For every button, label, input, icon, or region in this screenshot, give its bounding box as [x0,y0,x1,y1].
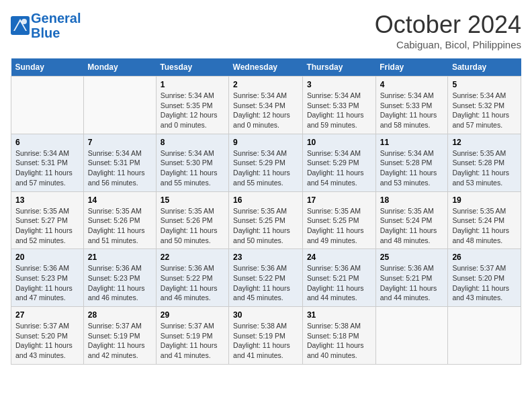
day-number: 14 [88,195,152,205]
day-detail: Sunrise: 5:36 AM Sunset: 5:22 PM Dayligh… [233,263,298,303]
calendar-cell: 12Sunrise: 5:35 AM Sunset: 5:28 PM Dayli… [448,134,521,191]
day-number: 16 [233,195,298,205]
day-detail: Sunrise: 5:34 AM Sunset: 5:28 PM Dayligh… [380,148,444,188]
calendar-cell: 25Sunrise: 5:36 AM Sunset: 5:21 PM Dayli… [375,249,448,307]
calendar-cell [375,307,448,365]
month-title: October 2024 [375,11,521,39]
day-detail: Sunrise: 5:34 AM Sunset: 5:31 PM Dayligh… [15,148,79,188]
calendar-cell: 30Sunrise: 5:38 AM Sunset: 5:19 PM Dayli… [229,307,303,365]
logo-icon [11,16,30,35]
page-header: General Blue October 2024 Cabiguan, Bico… [11,11,521,50]
day-number: 26 [452,253,517,262]
day-number: 19 [452,195,517,205]
day-detail: Sunrise: 5:35 AM Sunset: 5:24 PM Dayligh… [380,206,444,246]
day-number: 30 [233,310,298,320]
day-number: 8 [161,138,224,147]
calendar-cell: 3Sunrise: 5:34 AM Sunset: 5:33 PM Daylig… [302,77,375,134]
day-detail: Sunrise: 5:35 AM Sunset: 5:25 PM Dayligh… [233,206,298,246]
day-detail: Sunrise: 5:34 AM Sunset: 5:29 PM Dayligh… [307,148,371,188]
day-detail: Sunrise: 5:35 AM Sunset: 5:26 PM Dayligh… [161,206,224,246]
calendar-cell: 29Sunrise: 5:37 AM Sunset: 5:19 PM Dayli… [156,307,228,365]
calendar-cell: 14Sunrise: 5:35 AM Sunset: 5:26 PM Dayli… [83,191,156,249]
day-number: 18 [380,195,444,205]
day-number: 5 [452,80,517,89]
title-block: October 2024 Cabiguan, Bicol, Philippine… [375,11,521,50]
weekday-sunday: Sunday [11,58,84,77]
day-number: 22 [161,253,224,262]
weekday-saturday: Saturday [448,58,521,77]
day-number: 21 [88,253,152,262]
svg-point-3 [21,19,27,24]
logo-text: General Blue [31,11,81,40]
weekday-thursday: Thursday [302,58,375,77]
day-number: 2 [233,80,298,89]
day-detail: Sunrise: 5:34 AM Sunset: 5:34 PM Dayligh… [233,91,298,130]
calendar-cell: 10Sunrise: 5:34 AM Sunset: 5:29 PM Dayli… [302,134,375,191]
calendar-cell: 23Sunrise: 5:36 AM Sunset: 5:22 PM Dayli… [229,249,303,307]
week-row-1: 1Sunrise: 5:34 AM Sunset: 5:35 PM Daylig… [11,77,521,134]
calendar-cell: 18Sunrise: 5:35 AM Sunset: 5:24 PM Dayli… [375,191,448,249]
day-number: 17 [307,195,371,205]
day-number: 13 [15,195,79,205]
calendar-cell [448,307,521,365]
calendar-cell: 28Sunrise: 5:37 AM Sunset: 5:19 PM Dayli… [83,307,156,365]
calendar-cell: 26Sunrise: 5:37 AM Sunset: 5:20 PM Dayli… [448,249,521,307]
day-number: 6 [15,138,79,147]
weekday-monday: Monday [83,58,156,77]
calendar-cell: 15Sunrise: 5:35 AM Sunset: 5:26 PM Dayli… [156,191,228,249]
day-number: 12 [452,138,517,147]
day-detail: Sunrise: 5:34 AM Sunset: 5:30 PM Dayligh… [161,148,224,188]
day-detail: Sunrise: 5:36 AM Sunset: 5:21 PM Dayligh… [307,263,371,303]
day-detail: Sunrise: 5:37 AM Sunset: 5:20 PM Dayligh… [452,263,517,303]
day-detail: Sunrise: 5:38 AM Sunset: 5:18 PM Dayligh… [307,321,371,361]
calendar-cell: 19Sunrise: 5:35 AM Sunset: 5:24 PM Dayli… [448,191,521,249]
day-detail: Sunrise: 5:34 AM Sunset: 5:35 PM Dayligh… [161,91,224,130]
calendar-cell: 20Sunrise: 5:36 AM Sunset: 5:23 PM Dayli… [11,249,84,307]
day-number: 1 [161,80,224,89]
day-detail: Sunrise: 5:34 AM Sunset: 5:33 PM Dayligh… [307,91,371,130]
calendar-cell: 5Sunrise: 5:34 AM Sunset: 5:32 PM Daylig… [448,77,521,134]
calendar-cell: 22Sunrise: 5:36 AM Sunset: 5:22 PM Dayli… [156,249,228,307]
day-number: 10 [307,138,371,147]
day-detail: Sunrise: 5:34 AM Sunset: 5:29 PM Dayligh… [233,148,298,188]
day-detail: Sunrise: 5:37 AM Sunset: 5:19 PM Dayligh… [161,321,224,361]
day-detail: Sunrise: 5:38 AM Sunset: 5:19 PM Dayligh… [233,321,298,361]
calendar-cell: 13Sunrise: 5:35 AM Sunset: 5:27 PM Dayli… [11,191,84,249]
day-detail: Sunrise: 5:37 AM Sunset: 5:20 PM Dayligh… [15,321,79,361]
calendar-table: SundayMondayTuesdayWednesdayThursdayFrid… [11,58,521,365]
calendar-cell: 8Sunrise: 5:34 AM Sunset: 5:30 PM Daylig… [156,134,228,191]
day-number: 9 [233,138,298,147]
day-detail: Sunrise: 5:36 AM Sunset: 5:22 PM Dayligh… [161,263,224,303]
day-number: 31 [307,310,371,320]
day-number: 20 [15,253,79,262]
logo: General Blue [11,11,81,40]
day-detail: Sunrise: 5:36 AM Sunset: 5:23 PM Dayligh… [88,263,152,303]
day-detail: Sunrise: 5:35 AM Sunset: 5:24 PM Dayligh… [452,206,517,246]
day-detail: Sunrise: 5:35 AM Sunset: 5:27 PM Dayligh… [15,206,79,246]
weekday-wednesday: Wednesday [229,58,303,77]
day-number: 24 [307,253,371,262]
day-detail: Sunrise: 5:34 AM Sunset: 5:32 PM Dayligh… [452,91,517,130]
day-number: 4 [380,80,444,89]
day-number: 7 [88,138,152,147]
calendar-body: 1Sunrise: 5:34 AM Sunset: 5:35 PM Daylig… [11,77,521,365]
calendar-cell: 17Sunrise: 5:35 AM Sunset: 5:25 PM Dayli… [302,191,375,249]
day-detail: Sunrise: 5:36 AM Sunset: 5:21 PM Dayligh… [380,263,444,303]
day-detail: Sunrise: 5:34 AM Sunset: 5:31 PM Dayligh… [88,148,152,188]
day-number: 29 [161,310,224,320]
calendar-cell: 16Sunrise: 5:35 AM Sunset: 5:25 PM Dayli… [229,191,303,249]
day-detail: Sunrise: 5:35 AM Sunset: 5:28 PM Dayligh… [452,148,517,188]
calendar-cell: 1Sunrise: 5:34 AM Sunset: 5:35 PM Daylig… [156,77,228,134]
calendar-cell: 6Sunrise: 5:34 AM Sunset: 5:31 PM Daylig… [11,134,84,191]
day-detail: Sunrise: 5:36 AM Sunset: 5:23 PM Dayligh… [15,263,79,303]
calendar-cell: 27Sunrise: 5:37 AM Sunset: 5:20 PM Dayli… [11,307,84,365]
week-row-3: 13Sunrise: 5:35 AM Sunset: 5:27 PM Dayli… [11,191,521,249]
calendar-cell: 11Sunrise: 5:34 AM Sunset: 5:28 PM Dayli… [375,134,448,191]
calendar-cell: 2Sunrise: 5:34 AM Sunset: 5:34 PM Daylig… [229,77,303,134]
weekday-header-row: SundayMondayTuesdayWednesdayThursdayFrid… [11,58,521,77]
day-number: 28 [88,310,152,320]
day-number: 3 [307,80,371,89]
day-detail: Sunrise: 5:34 AM Sunset: 5:33 PM Dayligh… [380,91,444,130]
week-row-2: 6Sunrise: 5:34 AM Sunset: 5:31 PM Daylig… [11,134,521,191]
week-row-5: 27Sunrise: 5:37 AM Sunset: 5:20 PM Dayli… [11,307,521,365]
